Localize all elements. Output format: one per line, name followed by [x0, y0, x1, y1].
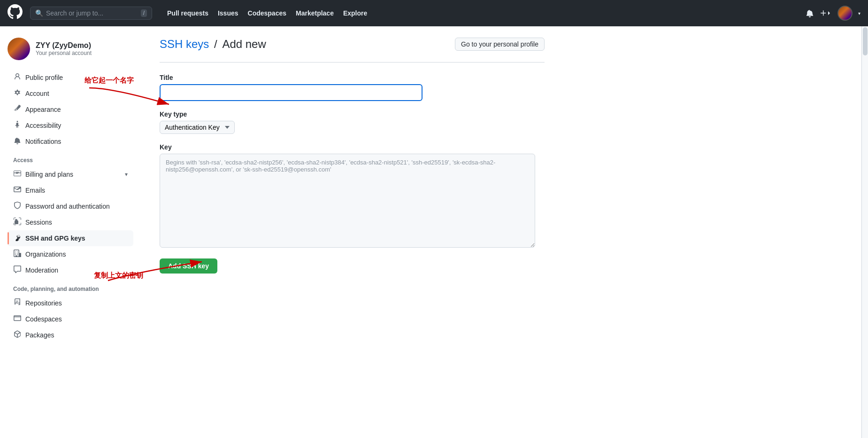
sidebar-account-type: Your personal account	[36, 50, 92, 56]
sidebar-item-label: Appearance	[25, 106, 61, 113]
sidebar-item-ssh-gpg[interactable]: SSH and GPG keys	[8, 230, 133, 246]
sidebar-item-label: Emails	[25, 187, 45, 194]
breadcrumb-current: Add new	[222, 38, 266, 50]
sidebar-navigation: Public profile Account Appearance Access…	[8, 70, 133, 149]
nav-explore[interactable]: Explore	[339, 7, 371, 20]
sidebar-item-sessions[interactable]: Sessions	[8, 214, 133, 230]
moderation-icon	[13, 266, 22, 275]
email-icon	[13, 186, 22, 195]
scrollbar-track[interactable]	[861, 26, 868, 438]
sidebar-item-label: Sessions	[25, 219, 52, 226]
packages-icon	[13, 330, 22, 340]
sidebar-username: ZYY (ZyyDemo)	[36, 41, 92, 50]
sidebar-item-label: Notifications	[25, 138, 61, 145]
nav-marketplace[interactable]: Marketplace	[292, 7, 338, 20]
sidebar-item-public-profile[interactable]: Public profile	[8, 70, 133, 86]
add-ssh-key-button[interactable]: Add SSH key	[160, 258, 217, 274]
breadcrumb-content: SSH keys / Add new	[160, 38, 266, 50]
sidebar-item-label: Account	[25, 90, 49, 97]
sidebar-item-moderation[interactable]: Moderation	[8, 262, 133, 278]
sidebar-item-organizations[interactable]: Organizations	[8, 246, 133, 262]
key-icon	[13, 234, 22, 243]
notifications-button[interactable]	[806, 9, 814, 17]
sidebar: ZYY (ZyyDemo) Your personal account Publ…	[0, 26, 141, 438]
sidebar-profile: ZYY (ZyyDemo) Your personal account	[8, 38, 133, 60]
form-with-annotations: 给它起一个名字 Title Key type Authentication Ke…	[160, 74, 545, 274]
key-type-form-group: Key type Authentication Key Signing Key	[160, 110, 545, 134]
navbar-links: Pull requests Issues Codespaces Marketpl…	[163, 7, 371, 20]
organizations-icon	[13, 250, 22, 259]
sidebar-item-label: Billing and plans	[25, 171, 73, 178]
page-container: ZYY (ZyyDemo) Your personal account Publ…	[0, 26, 868, 438]
code-section-label: Code, planning, and automation	[8, 278, 133, 295]
sidebar-code-navigation: Repositories Codespaces Packages	[8, 295, 133, 343]
sidebar-avatar	[8, 38, 30, 60]
gear-icon	[13, 89, 22, 98]
avatar-chevron[interactable]: ▾	[858, 11, 860, 16]
codespaces-icon	[13, 314, 22, 324]
sidebar-item-label: Codespaces	[25, 315, 62, 323]
scrollbar-thumb[interactable]	[863, 27, 868, 55]
navbar: 🔍 Search or jump to... / Pull requests I…	[0, 0, 868, 26]
key-type-select[interactable]: Authentication Key Signing Key	[160, 121, 235, 134]
navbar-right: ▾	[806, 6, 860, 21]
page-header: SSH keys / Add new Go to your personal p…	[160, 38, 545, 51]
go-to-profile-button[interactable]: Go to your personal profile	[455, 38, 545, 51]
sidebar-item-codespaces[interactable]: Codespaces	[8, 311, 133, 327]
sidebar-access-navigation: Billing and plans ▾ Emails Password and …	[8, 166, 133, 278]
bell-icon	[13, 137, 22, 146]
sidebar-item-billing[interactable]: Billing and plans ▾	[8, 166, 133, 182]
shield-icon	[13, 202, 22, 211]
search-bar[interactable]: 🔍 Search or jump to... /	[30, 7, 152, 20]
key-textarea[interactable]	[160, 154, 535, 248]
user-avatar[interactable]	[837, 6, 853, 21]
sidebar-item-label: Accessibility	[25, 122, 61, 129]
breadcrumb: SSH keys / Add new	[160, 38, 266, 51]
sidebar-item-notifications[interactable]: Notifications	[8, 133, 133, 149]
sidebar-item-label: Public profile	[25, 74, 63, 81]
sidebar-item-label: Moderation	[25, 266, 58, 274]
key-type-label: Key type	[160, 110, 545, 118]
sidebar-item-label: Repositories	[25, 299, 62, 307]
nav-codespaces[interactable]: Codespaces	[244, 7, 290, 20]
key-label: Key	[160, 143, 545, 151]
sidebar-item-label: Packages	[25, 331, 54, 339]
nav-pull-requests[interactable]: Pull requests	[163, 7, 212, 20]
search-kbd: /	[141, 9, 147, 17]
sidebar-item-account[interactable]: Account	[8, 86, 133, 102]
github-logo[interactable]	[8, 4, 23, 22]
sidebar-item-label: SSH and GPG keys	[25, 235, 85, 242]
sidebar-item-label: Password and authentication	[25, 203, 110, 210]
sidebar-item-label: Organizations	[25, 250, 66, 258]
user-icon	[13, 73, 22, 82]
header-divider	[160, 62, 545, 63]
add-new-button[interactable]	[820, 9, 832, 17]
billing-icon	[13, 170, 22, 179]
sidebar-item-packages[interactable]: Packages	[8, 327, 133, 343]
breadcrumb-separator: /	[214, 38, 220, 50]
search-icon: 🔍	[35, 9, 43, 17]
search-placeholder-text: Search or jump to...	[46, 9, 138, 17]
nav-issues[interactable]: Issues	[214, 7, 242, 20]
sidebar-item-repositories[interactable]: Repositories	[8, 295, 133, 311]
sidebar-item-emails[interactable]: Emails	[8, 182, 133, 198]
repo-icon	[13, 298, 22, 308]
form-actions: Add SSH key	[160, 258, 545, 274]
sessions-icon	[13, 218, 22, 227]
sidebar-item-accessibility[interactable]: Accessibility	[8, 117, 133, 133]
sidebar-user-info: ZYY (ZyyDemo) Your personal account	[36, 41, 92, 56]
access-section-label: Access	[8, 149, 133, 166]
breadcrumb-link[interactable]: SSH keys	[160, 38, 209, 50]
title-form-group: Title	[160, 74, 545, 101]
title-label: Title	[160, 74, 545, 81]
paintbrush-icon	[13, 105, 22, 114]
sidebar-item-appearance[interactable]: Appearance	[8, 102, 133, 117]
chevron-down-icon: ▾	[125, 171, 128, 178]
title-input[interactable]	[160, 84, 422, 101]
main-content: SSH keys / Add new Go to your personal p…	[141, 26, 563, 438]
sidebar-item-password[interactable]: Password and authentication	[8, 198, 133, 214]
key-form-group: Key	[160, 143, 545, 249]
accessibility-icon	[13, 121, 22, 130]
